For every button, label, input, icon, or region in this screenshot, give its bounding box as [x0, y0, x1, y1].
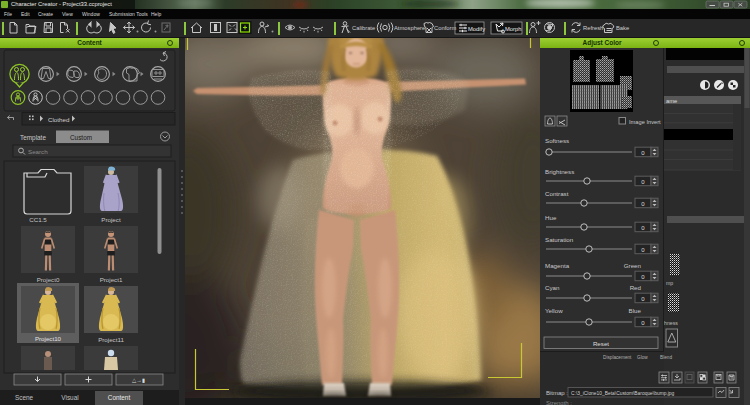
svg-text:Green: Green — [624, 262, 642, 269]
svg-text:hness: hness — [664, 320, 678, 326]
svg-text:Saturation: Saturation — [545, 236, 574, 243]
svg-text:Project1: Project1 — [100, 276, 123, 283]
svg-text:Custom: Custom — [70, 134, 92, 141]
svg-text:Clothed: Clothed — [48, 116, 70, 123]
svg-text:Morph: Morph — [505, 26, 521, 32]
svg-text:C:\3_iClone10_Beta\Custom\Baro: C:\3_iClone10_Beta\Custom\Baroque\bump.j… — [571, 391, 675, 396]
svg-text:Yellow: Yellow — [545, 307, 563, 314]
svg-text:Cyan: Cyan — [545, 284, 560, 291]
svg-text:Magenta: Magenta — [545, 262, 570, 269]
svg-text:Blend: Blend — [660, 355, 672, 360]
svg-text:Softness: Softness — [545, 137, 569, 144]
svg-text:Strength :: Strength : — [546, 400, 572, 405]
svg-text:Modify: Modify — [468, 26, 485, 32]
svg-text:Scene: Scene — [15, 394, 34, 401]
svg-text:Project0: Project0 — [37, 276, 60, 283]
svg-text:mp: mp — [666, 280, 673, 286]
svg-text:Image Invert: Image Invert — [629, 119, 661, 125]
svg-text:Search: Search — [28, 148, 48, 155]
svg-text:Reset: Reset — [593, 340, 609, 347]
svg-text:Project: Project — [101, 216, 121, 223]
svg-text:Template: Template — [20, 134, 46, 142]
svg-text:Contrast: Contrast — [545, 190, 569, 197]
svg-text:Content: Content — [108, 394, 131, 401]
svg-text:ame: ame — [666, 98, 677, 104]
svg-text:Glow: Glow — [637, 355, 648, 360]
svg-text:Blue: Blue — [629, 307, 642, 314]
svg-text:Project11: Project11 — [98, 336, 124, 343]
svg-text:Red: Red — [630, 284, 642, 291]
svg-text:Displacement: Displacement — [603, 355, 632, 360]
svg-text:Project10: Project10 — [35, 335, 62, 342]
svg-text:Brightness: Brightness — [545, 168, 574, 175]
svg-text:Hue: Hue — [545, 214, 557, 221]
svg-text:△→▮: △→▮ — [132, 377, 145, 383]
svg-text:Bitmap :: Bitmap : — [546, 390, 568, 396]
svg-text:Visual: Visual — [61, 394, 78, 401]
svg-text:CC1.5: CC1.5 — [29, 216, 47, 223]
